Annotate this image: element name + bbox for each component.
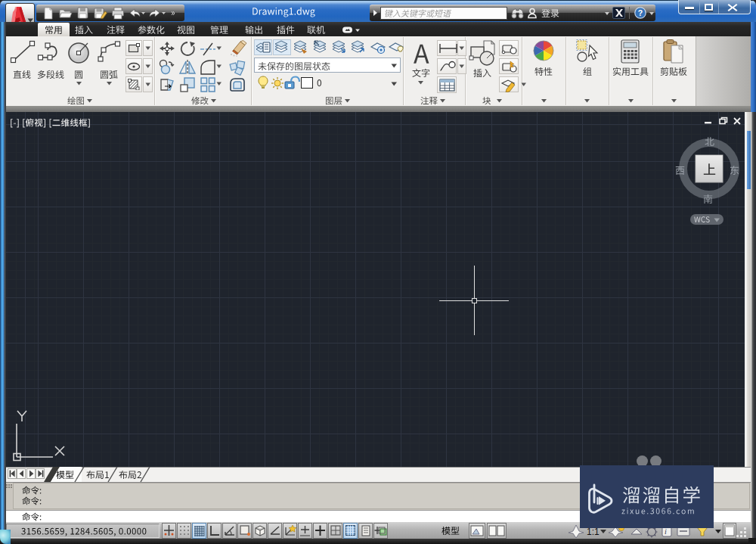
svg-text:?: ? [638,8,643,17]
svg-text:1:1: 1:1 [587,527,600,537]
svg-text:i: i [665,527,667,536]
